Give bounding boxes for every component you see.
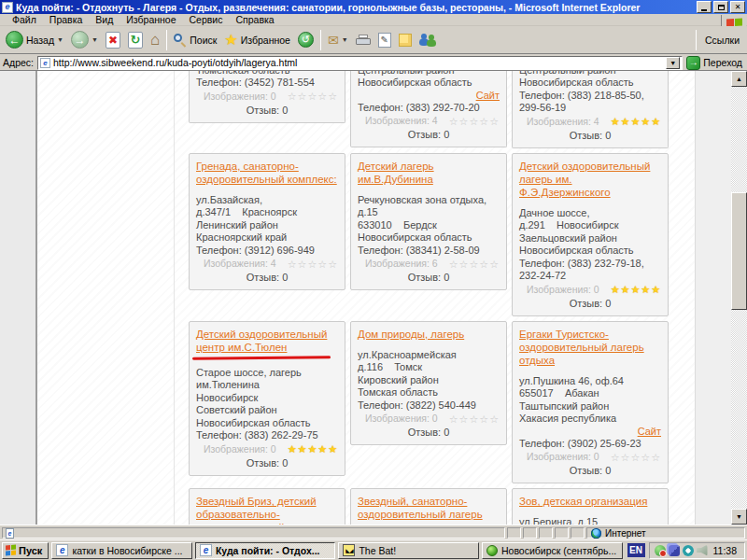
rating-stars[interactable]: ☆☆☆☆☆ xyxy=(611,452,661,463)
listing-phone: Телефон: (38341) 2-58-09 xyxy=(358,245,500,258)
mail-button[interactable]: ✉ ▼ xyxy=(324,32,352,49)
forward-button[interactable]: → ▼ xyxy=(67,29,102,50)
images-count-label: Изображения: 0 xyxy=(527,284,599,296)
rating-stars[interactable]: ☆☆☆☆☆ xyxy=(449,259,500,270)
star-empty-icon: ☆ xyxy=(328,259,338,270)
listing-phone: Телефон: (383) 218-85-50, 299-56-19 xyxy=(519,90,661,115)
start-button[interactable]: Пуск xyxy=(2,542,49,559)
favorites-button[interactable]: ★ Избранное xyxy=(220,31,294,49)
review-count: Отзыв: 0 xyxy=(519,465,661,477)
listing-card: Звездный Бриз, детский образовательно-оз… xyxy=(189,488,345,525)
home-button[interactable]: ⌂ xyxy=(147,30,163,49)
network-tray-icon[interactable] xyxy=(669,545,680,556)
rating-stars[interactable]: ☆☆☆☆☆ xyxy=(449,413,500,425)
rating-stars[interactable]: ☆☆☆☆☆ xyxy=(288,259,338,270)
listing-address-line: Новосибирская область xyxy=(196,417,338,430)
go-arrow-icon: → xyxy=(686,56,700,70)
site-link[interactable]: Сайт xyxy=(476,90,500,101)
menu-item-6[interactable]: Справка xyxy=(229,14,280,25)
rating-stars[interactable]: ★★★★★ xyxy=(611,116,661,127)
listing-address-line: Старое шоссе, лагерь им.Тюленина xyxy=(196,367,338,392)
rating-stars[interactable]: ☆☆☆☆☆ xyxy=(449,116,500,127)
star-filled-icon: ★ xyxy=(621,284,631,295)
antivirus-tray-icon[interactable] xyxy=(655,545,666,556)
edit-button[interactable]: ✎ xyxy=(374,31,395,49)
site-link-row: Сайт xyxy=(519,426,661,438)
listing-card: Зов, детская организацияул.Беринга, д.15… xyxy=(512,488,669,525)
history-icon: ↺ xyxy=(298,32,314,48)
toolbar-separator xyxy=(696,30,697,50)
status-pane xyxy=(539,527,553,539)
task-button-3[interactable]: ◣◢The Bat! xyxy=(338,542,479,559)
forward-dropdown-icon[interactable]: ▼ xyxy=(92,36,98,43)
stop-button[interactable]: ✖ xyxy=(102,30,124,50)
app-tray-icon[interactable] xyxy=(683,545,694,556)
status-pane xyxy=(555,527,569,539)
status-main-pane: e xyxy=(2,527,505,539)
address-url[interactable]: http://www.sibweekend.ru/kuda-poyti/otdy… xyxy=(53,57,663,68)
discuss-button[interactable] xyxy=(395,32,416,49)
listing-title-link[interactable]: Ергаки Туристско-оздоровительный лагерь … xyxy=(519,328,661,367)
volume-tray-icon[interactable] xyxy=(697,545,708,556)
listing-title-link[interactable]: Дом природы, лагерь xyxy=(358,328,500,341)
rating-stars[interactable]: ★★★★★ xyxy=(288,443,338,455)
address-dropdown-button[interactable]: ▼ xyxy=(666,57,680,69)
messenger-people-icon xyxy=(419,34,436,47)
listing-address-line: Красноярский край xyxy=(196,231,338,245)
restore-button[interactable] xyxy=(713,1,728,13)
go-button[interactable]: → Переход xyxy=(686,56,744,70)
star-filled-icon: ★ xyxy=(630,284,641,295)
close-button[interactable]: ✕ xyxy=(730,1,745,13)
listing-title-link[interactable]: Звездный Бриз, детский образовательно-оз… xyxy=(196,495,338,525)
rating-stars[interactable]: ★★★★★ xyxy=(611,284,661,295)
listing-title-link[interactable]: Детский лагерь им.В.Дубинина xyxy=(358,160,500,186)
menu-item-3[interactable]: Вид xyxy=(89,14,120,25)
mail-dropdown-icon[interactable]: ▼ xyxy=(342,36,348,43)
back-button[interactable]: ← Назад ▼ xyxy=(2,29,67,50)
task-button-4[interactable]: Новосибирск (сентябрь... xyxy=(482,542,623,559)
scrollbar-thumb[interactable] xyxy=(731,192,747,310)
task-button-1[interactable]: eкатки в Новосибирске ... xyxy=(51,542,192,559)
review-count: Отзыв: 0 xyxy=(358,129,500,141)
listing-phone: Телефон: (383) 262-29-75 xyxy=(196,429,338,442)
search-button[interactable]: Поиск xyxy=(170,32,220,49)
minimize-button[interactable] xyxy=(697,1,712,13)
star-filled-icon: ★ xyxy=(651,284,661,295)
images-count-label: Изображения: 4 xyxy=(204,258,276,270)
refresh-button[interactable]: ↻ xyxy=(124,30,147,50)
listing-title-link[interactable]: Детский оздоровительный центр им.С.Тюлен xyxy=(196,328,338,354)
language-indicator[interactable]: EN xyxy=(627,543,645,557)
listing-title-link[interactable]: Детский оздоровительный лагерь им. Ф.Э.Д… xyxy=(519,160,661,199)
listing-title-link[interactable]: Гренада, санаторно-оздоровительный компл… xyxy=(196,160,338,186)
back-dropdown-icon[interactable]: ▼ xyxy=(57,36,63,43)
address-input[interactable]: e http://www.sibweekend.ru/kuda-poyti/ot… xyxy=(37,56,683,70)
listing-title-link[interactable]: Звездный, санаторно-оздоровительный лаге… xyxy=(358,495,500,521)
images-stars-row: Изображения: 4☆☆☆☆☆ xyxy=(358,115,500,127)
task-button-2[interactable]: eКуда пойти: - Отдох... xyxy=(195,542,336,559)
images-stars-row: Изображения: 0★★★★★ xyxy=(196,443,338,455)
menu-item-1[interactable]: Файл xyxy=(6,14,43,25)
task-button-label: The Bat! xyxy=(359,545,396,556)
listing-row: Тюменская областьТелефон: (3452) 781-554… xyxy=(189,71,670,148)
print-button[interactable] xyxy=(352,33,374,48)
window-controls: ✕ xyxy=(697,1,745,13)
scroll-down-button[interactable]: ▼ xyxy=(731,509,747,525)
site-link-row: Сайт xyxy=(358,90,500,102)
scroll-up-button[interactable]: ▲ xyxy=(731,71,747,87)
menu-item-4[interactable]: Избранное xyxy=(120,14,182,25)
app-icon xyxy=(486,545,498,556)
menu-item-5[interactable]: Сервис xyxy=(183,14,230,25)
listing-title-link[interactable]: Зов, детская организация xyxy=(519,495,661,508)
taskbar: Пуск eкатки в Новосибирске ...eКуда пойт… xyxy=(0,539,747,560)
site-link[interactable]: Сайт xyxy=(638,426,661,437)
links-bar[interactable]: Ссылки xyxy=(693,30,745,50)
messenger-button[interactable] xyxy=(416,32,440,49)
zone-label: Интернет xyxy=(605,528,646,539)
history-button[interactable]: ↺ xyxy=(294,30,317,49)
star-empty-icon: ☆ xyxy=(288,91,298,102)
listing-card: Центральный районНовосибирская областьТе… xyxy=(512,71,669,148)
taskbar-clock: 11:38 xyxy=(711,545,740,556)
menu-item-2[interactable]: Правка xyxy=(43,14,89,25)
rating-stars[interactable]: ☆☆☆☆☆ xyxy=(288,91,338,102)
vertical-scrollbar[interactable]: ▲ ▼ xyxy=(731,71,747,525)
